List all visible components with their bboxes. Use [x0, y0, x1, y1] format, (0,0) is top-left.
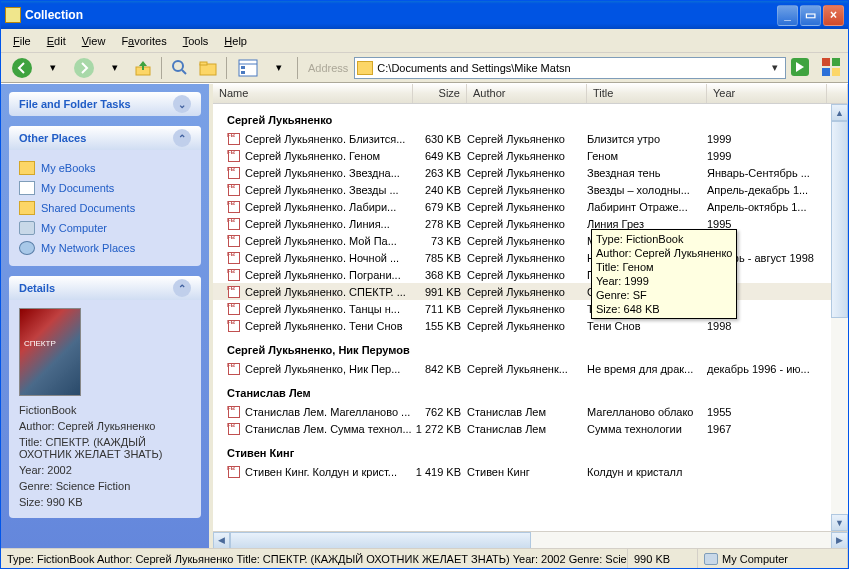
- sidebar-item-computer[interactable]: My Computer: [19, 218, 191, 238]
- table-row[interactable]: Сергей Лукьяненко. СПЕКТР. ...991 KBСерг…: [213, 283, 848, 300]
- table-row[interactable]: Сергей Лукьяненко. Лабири...679 KBСергей…: [213, 198, 848, 215]
- cell-title: Колдун и кристалл: [587, 466, 707, 478]
- col-name[interactable]: Name: [213, 84, 413, 103]
- tooltip: Type: FictionBook Author: Сергей Лукьяне…: [591, 229, 737, 319]
- views-button[interactable]: [233, 56, 263, 80]
- cell-size: 762 KB: [413, 406, 467, 418]
- group-header[interactable]: Стивен Кинг: [213, 437, 848, 463]
- cell-author: Сергей Лукьяненко: [467, 286, 587, 298]
- table-row[interactable]: Стивен Кинг. Колдун и крист...1 419 KBСт…: [213, 463, 848, 480]
- menu-view[interactable]: View: [74, 32, 114, 50]
- horizontal-scrollbar[interactable]: ◀ ▶: [213, 531, 848, 548]
- address-box[interactable]: ▾: [354, 57, 786, 79]
- table-row[interactable]: Сергей Лукьяненко. Танцы н...711 KBСерге…: [213, 300, 848, 317]
- file-icon: [227, 465, 241, 479]
- svg-rect-10: [241, 71, 245, 74]
- forward-dropdown-icon[interactable]: ▾: [103, 56, 127, 80]
- table-row[interactable]: Сергей Лукьяненко. Ночной ...785 KBСерге…: [213, 249, 848, 266]
- menu-edit[interactable]: Edit: [39, 32, 74, 50]
- sidebar-item-network[interactable]: My Network Places: [19, 238, 191, 258]
- col-size[interactable]: Size: [413, 84, 467, 103]
- table-row[interactable]: Сергей Лукьяненко. Звезды ...240 KBСерге…: [213, 181, 848, 198]
- group-header[interactable]: Станислав Лем: [213, 377, 848, 403]
- col-author[interactable]: Author: [467, 84, 587, 103]
- scroll-thumb[interactable]: [831, 121, 848, 318]
- folder-icon: [19, 161, 35, 175]
- table-row[interactable]: Сергей Лукьяненко. Линия...278 KBСергей …: [213, 215, 848, 232]
- menu-help[interactable]: Help: [216, 32, 255, 50]
- address-input[interactable]: [377, 62, 767, 74]
- cell-title: Близится утро: [587, 133, 707, 145]
- cell-year: декабрь 1996 - ию...: [707, 363, 827, 375]
- folders-button[interactable]: [196, 56, 220, 80]
- cell-size: 1 419 KB: [413, 466, 467, 478]
- back-dropdown-icon[interactable]: ▾: [41, 56, 65, 80]
- scroll-track[interactable]: [230, 532, 831, 549]
- table-row[interactable]: Станислав Лем. Магелланово ...762 KBСтан…: [213, 403, 848, 420]
- menu-favorites[interactable]: Favorites: [113, 32, 174, 50]
- sidebar-item-label: My Computer: [41, 222, 107, 234]
- svg-point-0: [12, 58, 32, 78]
- scroll-left-icon[interactable]: ◀: [213, 532, 230, 549]
- places-header[interactable]: Other Places ⌃: [9, 126, 201, 150]
- search-button[interactable]: [168, 56, 192, 80]
- file-list[interactable]: Сергей ЛукьяненкоСергей Лукьяненко. Близ…: [213, 104, 848, 531]
- cell-title: Геном: [587, 150, 707, 162]
- menu-tools[interactable]: Tools: [175, 32, 217, 50]
- vertical-scrollbar[interactable]: ▲ ▼: [831, 104, 848, 531]
- places-body: My eBooks My Documents Shared Documents …: [9, 150, 201, 266]
- table-row[interactable]: Сергей Лукьяненко, Ник Пер...842 KBСерге…: [213, 360, 848, 377]
- table-row[interactable]: Сергей Лукьяненко. Пограни...368 KBСерге…: [213, 266, 848, 283]
- folder-icon: [357, 61, 373, 75]
- table-row[interactable]: Сергей Лукьяненко. Геном649 KBСергей Лук…: [213, 147, 848, 164]
- up-button[interactable]: [131, 56, 155, 80]
- cell-name: Сергей Лукьяненко. Ночной ...: [227, 251, 413, 265]
- details-year: Year: 2002: [19, 462, 191, 478]
- cell-name: Станислав Лем. Магелланово ...: [227, 405, 413, 419]
- col-year[interactable]: Year: [707, 84, 827, 103]
- svg-rect-13: [832, 58, 840, 66]
- scroll-up-icon[interactable]: ▲: [831, 104, 848, 121]
- titlebar[interactable]: Collection _ ▭ ×: [1, 1, 848, 29]
- scroll-down-icon[interactable]: ▼: [831, 514, 848, 531]
- file-icon: [227, 183, 241, 197]
- cell-year: 1998: [707, 320, 827, 332]
- group-header[interactable]: Сергей Лукьяненко, Ник Перумов: [213, 334, 848, 360]
- scroll-track[interactable]: [831, 121, 848, 514]
- details-header[interactable]: Details ⌃: [9, 276, 201, 300]
- table-row[interactable]: Станислав Лем. Сумма технол...1 272 KBСт…: [213, 420, 848, 437]
- back-button[interactable]: [7, 56, 37, 80]
- cell-size: 785 KB: [413, 252, 467, 264]
- tasks-header[interactable]: File and Folder Tasks ⌄: [9, 92, 201, 116]
- cell-name: Сергей Лукьяненко. Мой Па...: [227, 234, 413, 248]
- minimize-button[interactable]: _: [777, 5, 798, 26]
- group-header[interactable]: Сергей Лукьяненко: [213, 104, 848, 130]
- scroll-thumb[interactable]: [230, 532, 531, 549]
- table-row[interactable]: Сергей Лукьяненко. Звездна...263 KBСерге…: [213, 164, 848, 181]
- cell-size: 368 KB: [413, 269, 467, 281]
- go-button[interactable]: [790, 57, 812, 79]
- file-icon: [227, 405, 241, 419]
- status-location-label: My Computer: [722, 553, 788, 565]
- forward-button[interactable]: [69, 56, 99, 80]
- file-icon: [227, 200, 241, 214]
- cell-author: Сергей Лукьяненко: [467, 320, 587, 332]
- sidebar-item-documents[interactable]: My Documents: [19, 178, 191, 198]
- cell-title: Звезды – холодны...: [587, 184, 707, 196]
- sidebar-item-shared[interactable]: Shared Documents: [19, 198, 191, 218]
- table-row[interactable]: Сергей Лукьяненко. Мой Па...73 KBСергей …: [213, 232, 848, 249]
- chevron-icon: ⌄: [173, 95, 191, 113]
- maximize-button[interactable]: ▭: [800, 5, 821, 26]
- cell-name: Сергей Лукьяненко. Линия...: [227, 217, 413, 231]
- address-dropdown-icon[interactable]: ▾: [767, 61, 783, 74]
- table-row[interactable]: Сергей Лукьяненко. Тени Снов155 KBСергей…: [213, 317, 848, 334]
- sidebar-item-ebooks[interactable]: My eBooks: [19, 158, 191, 178]
- table-row[interactable]: Сергей Лукьяненко. Близится...630 KBСерг…: [213, 130, 848, 147]
- cell-author: Сергей Лукьяненко: [467, 201, 587, 213]
- col-title[interactable]: Title: [587, 84, 707, 103]
- views-dropdown-icon[interactable]: ▾: [267, 56, 291, 80]
- scroll-right-icon[interactable]: ▶: [831, 532, 848, 549]
- menu-file[interactable]: File: [5, 32, 39, 50]
- close-button[interactable]: ×: [823, 5, 844, 26]
- cell-name: Сергей Лукьяненко. Тени Снов: [227, 319, 413, 333]
